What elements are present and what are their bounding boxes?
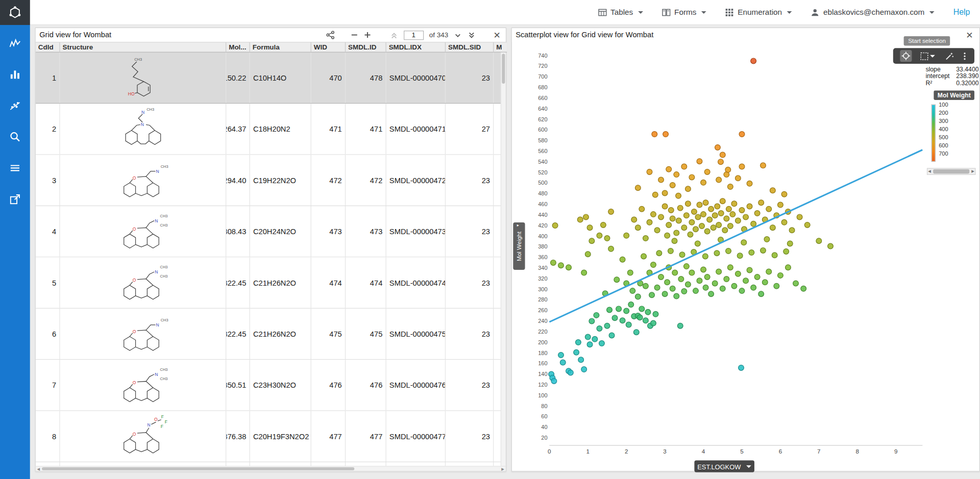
cell-wid: 473 xyxy=(311,206,346,257)
table-row[interactable]: 5 O N CH3 CH3 322.45C21H26N2O474474SMDL-… xyxy=(36,257,502,308)
column-header-mo[interactable]: MO xyxy=(494,42,502,52)
page-number-input[interactable] xyxy=(404,30,424,39)
next-record-button[interactable] xyxy=(454,31,462,39)
column-header-smdl-id[interactable]: SMDL.ID xyxy=(346,42,386,52)
scatter-panel-close-button[interactable]: ✕ xyxy=(965,31,974,39)
grid-panel-close-button[interactable]: ✕ xyxy=(492,31,502,39)
data-point xyxy=(656,250,662,256)
data-point xyxy=(703,200,708,206)
vertical-scrollbar-thumb[interactable] xyxy=(502,54,505,84)
data-point xyxy=(747,181,752,186)
data-point xyxy=(781,219,787,225)
data-point xyxy=(726,206,731,212)
zoom-in-button[interactable] xyxy=(363,31,371,39)
sidebar-item-export-view[interactable] xyxy=(5,189,26,210)
zoom-out-button[interactable] xyxy=(351,31,358,39)
data-point xyxy=(801,286,806,291)
column-header-mol[interactable]: Mol... xyxy=(226,42,250,52)
nav-forms[interactable]: Forms xyxy=(662,8,706,16)
data-point xyxy=(558,263,564,268)
data-points[interactable] xyxy=(549,58,834,384)
share-button[interactable] xyxy=(326,31,334,39)
svg-text:700: 700 xyxy=(538,73,547,80)
legend-scrollbar-thumb[interactable] xyxy=(933,169,969,174)
column-header-smdl-sid[interactable]: SMDL.SID xyxy=(446,42,494,52)
data-point xyxy=(672,238,677,244)
data-point xyxy=(754,274,760,280)
table-row[interactable]: 2 N N CH3 264.37C18H20N2471471SMDL-00000… xyxy=(36,104,502,155)
data-point xyxy=(697,278,702,284)
svg-text:HO: HO xyxy=(128,91,134,96)
help-link[interactable]: Help xyxy=(953,8,970,17)
cell-smdl-id: 478 xyxy=(346,53,386,103)
nav-tables[interactable]: Tables xyxy=(598,8,643,16)
cell-wid: 472 xyxy=(311,155,346,206)
svg-text:N: N xyxy=(140,121,143,127)
x-axis-selector-button[interactable]: EST.LOGKOW xyxy=(694,460,754,472)
table-row[interactable]: 8 O N O F F F 376.38C20H19F3N2O2477477SM… xyxy=(36,411,502,462)
column-header-smdl-idx[interactable]: SMDL.IDX xyxy=(386,42,446,52)
svg-text:420: 420 xyxy=(538,222,547,229)
chemaxon-logo[interactable] xyxy=(0,0,30,24)
table-row[interactable]: 6 O N CH3 322.45C21H26N2O475475SMDL-0000… xyxy=(36,309,502,360)
horizontal-scrollbar-thumb[interactable] xyxy=(42,467,354,470)
sidebar-item-list-view[interactable] xyxy=(5,158,26,179)
chevron-down-icon xyxy=(746,465,751,468)
table-row[interactable]: 1 CH3 HO 150.22C10H14O470478SMDL-0000047… xyxy=(36,53,502,104)
scatter-chart[interactable]: 2040608010012014016018020022024026028030… xyxy=(512,28,979,471)
data-point xyxy=(747,267,752,273)
legend-scroll-left-arrow[interactable]: ◀ xyxy=(928,169,931,174)
data-point xyxy=(693,288,699,294)
svg-text:O: O xyxy=(132,278,136,283)
data-point xyxy=(730,212,736,217)
table-row[interactable]: 7 O N CH3 CH3 350.51C23H30N2O476476SMDL-… xyxy=(36,360,502,411)
svg-text:O: O xyxy=(132,226,136,231)
y-axis-selector-button[interactable]: ▸ Mol Weight xyxy=(513,222,525,270)
legend-scroll-right-arrow[interactable]: ▶ xyxy=(971,169,974,174)
nav-enumeration-label: Enumeration xyxy=(738,8,782,16)
sidebar-item-barchart-view[interactable] xyxy=(5,64,26,85)
data-point xyxy=(576,340,581,345)
svg-text:8: 8 xyxy=(856,448,859,455)
table-row[interactable]: 4 O N CH3 CH3 308.43C20H24N2O473473SMDL-… xyxy=(36,206,502,257)
svg-text:400: 400 xyxy=(538,233,547,239)
data-point xyxy=(677,323,683,329)
column-header-structure[interactable]: Structure xyxy=(60,42,227,52)
scroll-right-arrow[interactable]: ▶ xyxy=(500,466,506,471)
cell-mol-weight: 376.38 xyxy=(226,411,250,462)
sidebar-item-search-view[interactable] xyxy=(5,126,26,147)
column-header-cdid[interactable]: CdId xyxy=(36,42,60,52)
data-point xyxy=(587,225,593,231)
data-point xyxy=(727,223,733,229)
nav-enumeration[interactable]: Enumeration xyxy=(725,8,792,16)
svg-text:N: N xyxy=(147,422,150,427)
legend-scrollbar[interactable]: ◀ ▶ xyxy=(927,168,976,174)
data-point xyxy=(674,293,679,299)
cell-formula: C23H30N2O xyxy=(250,360,311,410)
column-header-wid[interactable]: WID xyxy=(311,42,346,52)
top-navigation: Tables Forms xyxy=(598,8,980,17)
svg-text:O: O xyxy=(132,175,136,180)
data-point xyxy=(703,285,708,290)
chevron-down-icon xyxy=(930,55,935,57)
scroll-left-arrow[interactable]: ◀ xyxy=(36,466,41,471)
last-record-button[interactable] xyxy=(468,31,476,39)
data-point xyxy=(714,250,720,256)
data-point xyxy=(677,205,683,211)
sidebar-item-distribution-view[interactable] xyxy=(5,33,26,54)
user-menu[interactable]: eblaskovics@chemaxon.com xyxy=(811,8,935,16)
data-point xyxy=(628,302,634,308)
marquee-select-button[interactable] xyxy=(919,51,936,62)
data-point xyxy=(641,254,647,259)
first-record-button[interactable] xyxy=(390,31,398,39)
column-header-formula[interactable]: Formula xyxy=(250,42,311,52)
point-select-button[interactable] xyxy=(900,50,912,62)
cell-smdl-idx: SMDL-00000471 xyxy=(386,104,446,154)
sidebar-item-scatterplot-view[interactable] xyxy=(5,95,26,116)
magic-wand-button[interactable] xyxy=(944,51,955,62)
vertical-scrollbar[interactable] xyxy=(501,53,506,467)
more-options-button[interactable] xyxy=(962,51,968,62)
horizontal-scrollbar[interactable]: ◀ ▶ xyxy=(36,466,506,471)
svg-text:CH3: CH3 xyxy=(160,164,168,168)
table-row[interactable]: 3 O N CH3 294.40C19H22N2O472472SMDL-0000… xyxy=(36,155,502,206)
